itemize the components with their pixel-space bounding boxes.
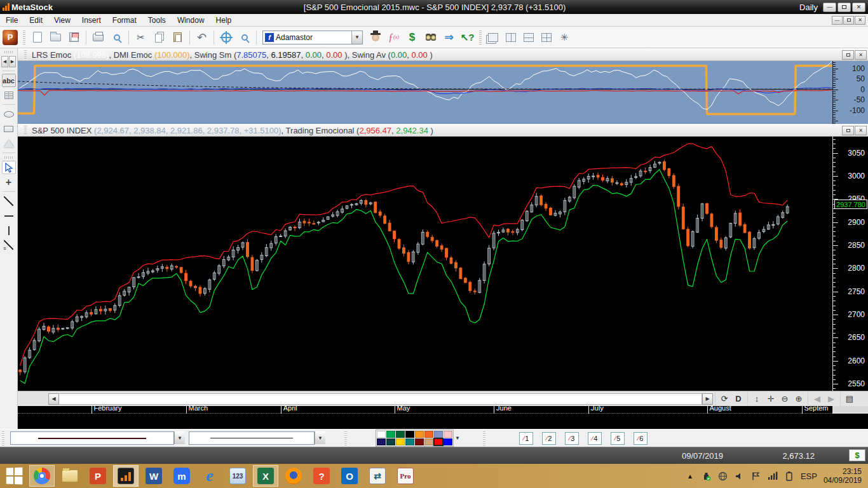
copy-button[interactable] bbox=[151, 29, 168, 46]
mdi-restore-button[interactable] bbox=[843, 16, 854, 25]
expert-advisor-button[interactable] bbox=[367, 29, 384, 46]
color-swatch[interactable] bbox=[386, 431, 395, 438]
color-swatch[interactable] bbox=[434, 431, 443, 438]
color-swatch[interactable] bbox=[424, 431, 433, 438]
pan-button[interactable]: ✛ bbox=[764, 393, 778, 405]
line-style-combo-1[interactable]: ▼ bbox=[10, 431, 185, 445]
taskbar-app-firefox[interactable] bbox=[281, 465, 306, 487]
refresh-button[interactable]: ⟳ bbox=[717, 393, 731, 405]
indicator-panel-header[interactable]: LRS Emoc (108.998), DMI Emoc (100.000), … bbox=[18, 48, 868, 61]
save-button[interactable] bbox=[65, 29, 83, 46]
print-preview-button[interactable] bbox=[108, 29, 125, 46]
zoom-out-button[interactable]: ⊖ bbox=[778, 393, 792, 405]
menu-item-edit[interactable]: Edit bbox=[24, 15, 48, 26]
indicator-builder-button[interactable]: ƒ(x) bbox=[385, 29, 402, 46]
color-swatch[interactable] bbox=[415, 431, 424, 438]
explorer-button[interactable] bbox=[422, 29, 439, 46]
currency-button[interactable]: $ bbox=[849, 449, 865, 461]
taskbar-app-calculator[interactable]: 123 bbox=[225, 465, 250, 487]
price-close-button[interactable]: ✕ bbox=[855, 126, 867, 135]
taskbar-app-internet-explorer[interactable]: e bbox=[197, 465, 222, 487]
line-weight-combo[interactable]: ▼ bbox=[189, 431, 325, 445]
page-right-button[interactable]: ▶ bbox=[824, 393, 838, 405]
vertical-line-tool[interactable] bbox=[2, 224, 16, 237]
crosshair-tool[interactable]: + bbox=[2, 175, 16, 189]
price-y-axis[interactable]: 3050300029502900285028002750270026502600… bbox=[832, 137, 868, 391]
trendline-tool[interactable] bbox=[2, 194, 16, 208]
template-button-2[interactable]: ∕2 bbox=[542, 432, 556, 445]
taskbar-app-help[interactable]: ? bbox=[309, 465, 334, 487]
taskbar-app-pro-app[interactable]: Pro bbox=[393, 465, 418, 487]
flag-icon[interactable] bbox=[751, 471, 761, 481]
page-left-button[interactable]: ◀ bbox=[810, 393, 824, 405]
menu-item-window[interactable]: Window bbox=[172, 15, 210, 26]
grid-tool[interactable] bbox=[2, 88, 16, 102]
color-swatch[interactable] bbox=[405, 438, 414, 445]
print-button[interactable] bbox=[90, 29, 107, 46]
color-swatch[interactable] bbox=[377, 431, 386, 438]
taskbar-app-start[interactable] bbox=[1, 465, 27, 487]
menu-item-help[interactable]: Help bbox=[210, 15, 238, 26]
paste-button[interactable] bbox=[169, 29, 186, 46]
zoom-in-button[interactable]: ⊕ bbox=[792, 393, 806, 405]
palette-dropdown-icon[interactable]: ▼ bbox=[454, 430, 461, 446]
indicator-restore-button[interactable] bbox=[842, 50, 854, 60]
symbol-combo[interactable]: f Adamastor ▼ bbox=[262, 30, 363, 44]
color-swatch[interactable] bbox=[444, 431, 452, 438]
network-globe-icon[interactable] bbox=[718, 471, 728, 481]
indicator-panel[interactable]: 100500-50-100 bbox=[18, 61, 868, 124]
usb-icon[interactable] bbox=[702, 471, 712, 481]
language-indicator[interactable]: ESP bbox=[801, 471, 817, 481]
indicator-close-button[interactable]: ✕ bbox=[855, 50, 867, 60]
horizontal-line-tool[interactable] bbox=[2, 209, 16, 222]
price-panel-header[interactable]: S&P 500 INDEX (2,924.67, 2,938.84, 2,921… bbox=[18, 124, 868, 137]
clock[interactable]: 23:15 04/09/2019 bbox=[824, 467, 862, 485]
template-button-4[interactable]: ∕4 bbox=[588, 432, 602, 445]
menu-item-format[interactable]: Format bbox=[107, 15, 142, 26]
color-swatch[interactable] bbox=[424, 438, 433, 445]
taskbar-app-outlook[interactable]: O bbox=[337, 465, 362, 487]
color-swatch[interactable] bbox=[415, 438, 424, 445]
indicator-y-axis[interactable]: 100500-50-100 bbox=[832, 61, 868, 124]
scroll-left-button[interactable]: ◀ bbox=[48, 393, 59, 405]
semilog-trendline-tool[interactable]: s bbox=[2, 238, 16, 252]
restore-button[interactable] bbox=[837, 3, 851, 12]
downloader-button[interactable]: ⇒ bbox=[440, 29, 458, 46]
whats-this-button[interactable]: ↖? bbox=[459, 29, 476, 46]
template-button-5[interactable]: ∕5 bbox=[611, 432, 625, 445]
arrange-icons-button[interactable]: ✳ bbox=[556, 30, 573, 45]
combo-dropdown-icon[interactable]: ▼ bbox=[315, 431, 325, 444]
layout-list-button[interactable]: ▤ bbox=[843, 393, 857, 405]
system-tester-button[interactable]: $ bbox=[403, 29, 421, 46]
taskbar-app-powerpoint[interactable]: P bbox=[85, 465, 111, 487]
ellipse-tool[interactable] bbox=[2, 107, 16, 121]
vertical-zoom-button[interactable]: ↕ bbox=[750, 393, 764, 405]
scroll-left-tool[interactable]: ◀ bbox=[1, 56, 8, 67]
undo-button[interactable]: ↶ bbox=[193, 29, 210, 46]
pointer-tool[interactable] bbox=[2, 161, 16, 174]
taskbar-app-word[interactable]: W bbox=[141, 465, 166, 487]
taskbar-app-chart-app[interactable]: ⇄ bbox=[365, 465, 390, 487]
scroll-right-button[interactable]: ▶ bbox=[702, 393, 713, 405]
taskbar-app-excel[interactable]: X bbox=[253, 465, 278, 487]
power-console-button[interactable]: P bbox=[3, 30, 18, 45]
menu-item-view[interactable]: View bbox=[48, 15, 76, 26]
menu-item-file[interactable]: File bbox=[0, 15, 24, 26]
text-tool[interactable]: abc bbox=[2, 74, 16, 87]
color-swatch[interactable] bbox=[434, 438, 443, 445]
taskbar-app-metastock[interactable] bbox=[113, 465, 139, 487]
tile-horizontal-button[interactable] bbox=[520, 30, 537, 45]
color-swatch[interactable] bbox=[396, 438, 405, 445]
triangle-tool[interactable] bbox=[2, 137, 16, 150]
menu-item-insert[interactable]: Insert bbox=[76, 15, 107, 26]
template-button-1[interactable]: ∕1 bbox=[519, 432, 533, 445]
menu-item-tools[interactable]: Tools bbox=[142, 15, 172, 26]
color-swatch[interactable] bbox=[396, 431, 405, 438]
tray-expand-icon[interactable]: ▴ bbox=[685, 471, 695, 481]
template-button-6[interactable]: ∕6 bbox=[634, 432, 648, 445]
cut-button[interactable]: ✂ bbox=[132, 29, 149, 46]
signal-bars-icon[interactable] bbox=[768, 471, 778, 481]
volume-icon[interactable] bbox=[735, 471, 745, 481]
zoom-button[interactable] bbox=[236, 29, 253, 46]
mdi-minimize-button[interactable]: — bbox=[832, 16, 843, 25]
